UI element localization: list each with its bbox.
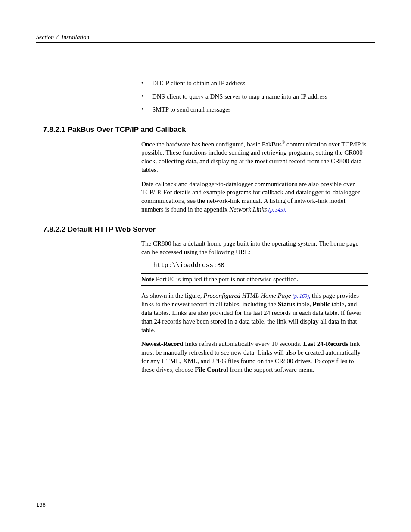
page-reference-link[interactable]: (p. 169), — [293, 293, 310, 299]
figure-reference: Preconfigured HTML Home Page — [203, 292, 293, 299]
bullet-text: SMTP to send email messages — [152, 106, 231, 114]
bullet-item: • SMTP to send email messages — [141, 106, 375, 114]
text: As shown in the figure, — [141, 292, 203, 299]
page-header: Section 7. Installation — [36, 34, 375, 43]
file-control-label: File Control — [195, 366, 228, 373]
text: Once the hardware has been configured, b… — [141, 141, 282, 148]
last-24-records-label: Last 24-Records — [303, 340, 349, 347]
text: table, — [295, 301, 312, 308]
text: links refresh automatically every 10 sec… — [183, 340, 303, 347]
page-reference-link[interactable]: (p. 545). — [268, 207, 286, 213]
text: from the support software menu. — [228, 366, 314, 373]
paragraph: Newest-Record links refresh automaticall… — [141, 340, 368, 374]
newest-record-label: Newest-Record — [141, 340, 183, 347]
bullet-icon: • — [141, 106, 143, 113]
paragraph: As shown in the figure, Preconfigured HT… — [141, 292, 368, 334]
code-url: http:\\ipaddress:80 — [153, 262, 375, 269]
bullet-list: • DHCP client to obtain an IP address • … — [141, 79, 375, 114]
paragraph: Data callback and datalogger-to-datalogg… — [141, 180, 368, 214]
note-box: Note Port 80 is implied if the port is n… — [141, 273, 368, 286]
page-content: Section 7. Installation • DHCP client to… — [0, 0, 411, 374]
public-table-label: Public — [312, 301, 330, 308]
status-table-label: Status — [278, 301, 295, 308]
bullet-icon: • — [141, 93, 143, 100]
appendix-reference: Network Links — [229, 206, 268, 213]
bullet-item: • DHCP client to obtain an IP address — [141, 79, 375, 88]
bullet-item: • DNS client to query a DNS server to ma… — [141, 93, 375, 101]
paragraph: The CR800 has a default home page built … — [141, 240, 368, 257]
bullet-text: DNS client to query a DNS server to map … — [152, 93, 327, 101]
note-label: Note — [141, 276, 154, 283]
page-number: 168 — [36, 501, 46, 508]
bullet-text: DHCP client to obtain an IP address — [152, 79, 245, 88]
section-heading-7821: 7.8.2.1 PakBus Over TCP/IP and Callback — [43, 125, 375, 134]
bullet-icon: • — [141, 79, 143, 87]
section-heading-7822: 7.8.2.2 Default HTTP Web Server — [43, 225, 375, 234]
paragraph: Once the hardware has been configured, b… — [141, 140, 368, 174]
note-text: Port 80 is implied if the port is not ot… — [154, 276, 298, 283]
